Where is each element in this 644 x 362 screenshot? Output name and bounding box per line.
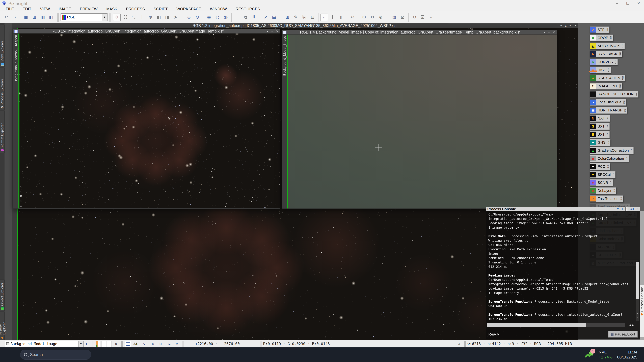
channel-selector[interactable]: RGB▼ — [60, 13, 108, 21]
shortcut-colorcalibration[interactable]: ◆ColorCalibrationND — [590, 155, 629, 162]
stf-thumbnail[interactable] — [96, 341, 100, 347]
w1-image-area[interactable]: ↖ ⌗ ⧉ ◎ ⊙ — [20, 33, 280, 209]
shortcut-hist[interactable]: ▂▅▃HISTND — [590, 67, 611, 73]
next-view-icon[interactable]: ◨ — [164, 13, 171, 21]
preview-goto-icon[interactable]: ⬇ — [250, 13, 258, 21]
center-icon[interactable]: ✛ — [138, 13, 146, 21]
alert-up-button[interactable]: ☢ — [174, 341, 180, 347]
w2-titlebar[interactable]: RGB 1:4 Background_Model_image | Copy of… — [282, 30, 557, 34]
menu-workspace[interactable]: WORKSPACE — [176, 7, 201, 11]
graxpert-image-window[interactable]: RGB 1:4 integration_autocrop_GraXpert | … — [13, 29, 280, 209]
main-window-buttons[interactable]: − ▴ + ✕ — [560, 23, 576, 28]
rail-tab-history-explorer[interactable]: History Explorer◆ — [0, 312, 4, 340]
process-new-icon[interactable]: ⊞ — [284, 13, 291, 21]
w1-view-controls[interactable]: ↖ ⌗ ⧉ ◎ ⊙ — [20, 185, 22, 207]
process-add-icon[interactable]: ⊟ — [309, 13, 316, 21]
stock-ticker[interactable]: NVG +1,74% — [599, 350, 612, 360]
alert-button[interactable]: ☢ — [166, 341, 173, 347]
new-preview-icon[interactable]: ⬚ — [234, 13, 241, 21]
shortcut-star_align[interactable]: ★STAR_ALIGNND — [590, 75, 625, 81]
thumbnail[interactable] — [107, 341, 112, 347]
zoom-window-icon[interactable]: + — [548, 31, 550, 34]
shortcut-sxt[interactable]: SSXTND — [590, 123, 610, 130]
pan-mode-icon[interactable]: ✥ — [113, 13, 120, 21]
stock-widget-icon[interactable]: 1 — [585, 350, 594, 359]
zoom-11-icon[interactable]: ◉ — [205, 13, 213, 21]
process-console[interactable]: Process Console ▼ ↕ ▪ ◀▮ ✕ C:/Users/pedr… — [486, 207, 640, 339]
fit-window-icon[interactable]: ⬓ — [270, 13, 278, 21]
scroll-down-icon[interactable]: ▼ — [636, 316, 639, 319]
hist-check-icon[interactable]: ⟲ — [410, 13, 418, 21]
menu-view[interactable]: VIEW — [40, 7, 50, 11]
reset-doc-icon[interactable]: ↺ — [369, 13, 376, 21]
w1-view-tab[interactable]: integration_autocrop_GraXpert — [14, 33, 18, 209]
console-pin-icon[interactable]: ◀▮ — [630, 207, 634, 211]
mask-icon[interactable]: ◧ — [48, 13, 55, 21]
close-view-button[interactable]: ⊠ — [150, 341, 156, 347]
zoom-in-icon[interactable]: ⊕ — [185, 13, 193, 21]
zoom-icon[interactable]: ⊙ — [20, 204, 22, 207]
zoom-out-icon[interactable]: ⊖ — [194, 13, 201, 21]
screen-stf-button[interactable] — [124, 341, 131, 347]
shortcut-gradientcorrection[interactable]: ▲GradientCorrectionND — [590, 147, 634, 154]
shortcut-pcc[interactable]: ∗PCCND — [590, 163, 610, 170]
shortcut-auto_back[interactable]: ◣AUTO_BACKND — [590, 42, 625, 49]
process-edit-icon[interactable]: ✎ — [292, 13, 300, 21]
process-up-icon[interactable]: ⬆ — [337, 13, 345, 21]
w2-image-area[interactable] — [288, 34, 557, 209]
menu-edit[interactable]: EDIT — [23, 7, 31, 11]
w1-buttons[interactable]: − ▴ + ✕ — [262, 29, 278, 33]
menu-image[interactable]: IMAGE — [59, 7, 71, 11]
dock-view-button[interactable]: ⇲ — [141, 341, 148, 347]
thumbnail[interactable] — [101, 341, 106, 347]
iconize-icon[interactable]: − — [539, 31, 540, 34]
mask-toggle-button[interactable]: ◧ — [84, 341, 90, 347]
shortcut-ghs[interactable]: ✦GHSND — [590, 139, 610, 146]
shortcut-crop[interactable]: ⧉CROPND — [590, 34, 613, 41]
zoom-fit-icon[interactable]: ◎ — [214, 13, 221, 21]
select-icon[interactable]: ➤ — [172, 13, 179, 21]
more-chevron[interactable]: » — [115, 342, 117, 346]
rail-tab-format-explorer[interactable]: Format Explorer — [0, 111, 4, 153]
history-undo-icon[interactable]: ↩ — [349, 13, 356, 21]
crop-icon[interactable]: ⌗ — [20, 190, 22, 193]
new-image-icon[interactable]: ⊞ — [31, 13, 38, 21]
process-console-side-tab[interactable]: Process Console — [640, 285, 644, 337]
screen-stretch-icon[interactable]: ▥ — [39, 13, 46, 21]
scroll-up-icon[interactable]: ▲ — [636, 312, 639, 315]
close-window-icon[interactable]: ✕ — [574, 24, 576, 27]
zoom-window-icon[interactable]: + — [271, 30, 273, 33]
pattern-icon[interactable]: ▩ — [390, 13, 398, 21]
close-window-icon[interactable]: ✕ — [553, 31, 555, 34]
copy-icon[interactable]: ⧉ — [20, 194, 22, 198]
shortcut-range_selection[interactable]: |||RANGE_SELECTIONND — [590, 91, 638, 97]
close-all-button[interactable]: ⊠ — [157, 341, 164, 347]
console-hscrollbar[interactable] — [487, 323, 625, 327]
clear-mask-icon[interactable]: ⊠ — [399, 13, 406, 21]
shortcut-stf[interactable]: ↗STFND — [590, 26, 610, 33]
delete-doc-icon[interactable]: ⊗ — [377, 13, 384, 21]
menu-process[interactable]: PROCESS — [126, 7, 145, 11]
console-collapse-icon[interactable]: ▼ — [616, 207, 619, 211]
zoom-optimal-icon[interactable]: ◍ — [222, 13, 230, 21]
menu-mask[interactable]: MASK — [106, 7, 117, 11]
redo-icon[interactable]: ↷ — [11, 13, 18, 21]
menu-preview[interactable]: PREVIEW — [80, 7, 98, 11]
zoom-window-icon[interactable]: + — [570, 24, 571, 27]
rail-tab-view-explorer[interactable]: View Explorer — [0, 25, 4, 67]
shortcut-spccal[interactable]: ∗SPCCalND — [590, 171, 616, 178]
process-clone-icon[interactable]: ⎘ — [300, 13, 308, 21]
close-button[interactable]: ✕ — [633, 0, 644, 7]
undo-icon[interactable]: ↶ — [2, 13, 10, 21]
console-dock-icon[interactable]: ▪ — [626, 207, 628, 211]
zoom-box-icon[interactable]: ⛶ — [122, 13, 129, 21]
w1-titlebar[interactable]: RGB 1:4 integration_autocrop_GraXpert | … — [14, 29, 280, 33]
fit-icon[interactable]: ↖ — [20, 185, 22, 188]
sphere-icon[interactable]: ⊕ — [147, 13, 154, 21]
iconize-icon[interactable]: − — [262, 30, 264, 33]
process-down-icon[interactable]: ⬇ — [329, 13, 336, 21]
shade-icon[interactable]: ▴ — [544, 31, 545, 34]
minimize-button[interactable]: – — [612, 0, 622, 7]
console-resize-icon[interactable]: ↕ — [622, 207, 623, 211]
clock[interactable]: 11:34 08/10/2025 — [617, 350, 637, 360]
